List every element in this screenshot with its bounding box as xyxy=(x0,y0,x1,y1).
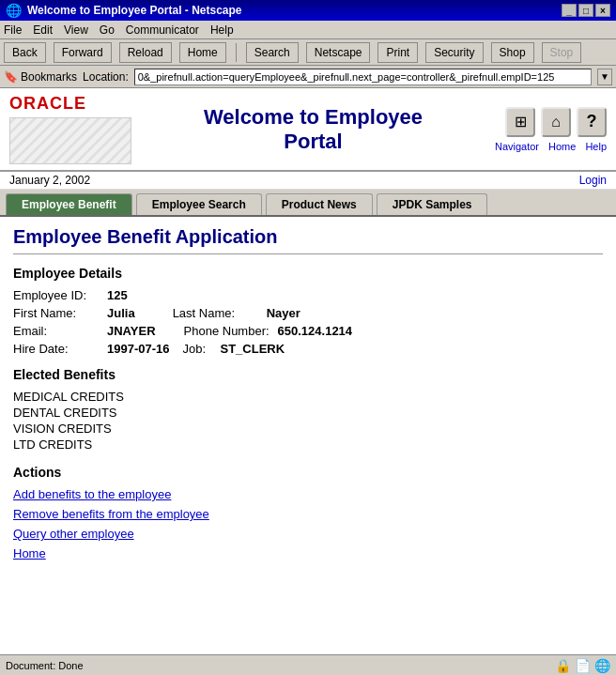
date-login-bar: January 2, 2002 Login xyxy=(0,172,616,190)
status-icon-2: 📄 xyxy=(575,658,591,673)
page-title: Employee Benefit Application xyxy=(13,226,603,254)
home-page-link[interactable]: Home xyxy=(13,546,603,560)
email-value: JNAYER xyxy=(107,324,156,338)
tab-jpdk-samples[interactable]: JPDK Samples xyxy=(377,193,488,215)
header-icon-buttons: ⊞ ⌂ ? xyxy=(505,107,607,137)
benefit-dental: DENTAL CREDITS xyxy=(13,406,603,420)
tab-employee-search[interactable]: Employee Search xyxy=(136,193,262,215)
navigator-link[interactable]: Navigator xyxy=(495,141,539,152)
help-icon-button[interactable]: ? xyxy=(577,107,607,137)
content-area: ORACLE Welcome to Employee Portal ⊞ ⌂ ? … xyxy=(0,88,616,654)
header-icons: ⊞ ⌂ ? Navigator Home Help xyxy=(495,107,607,152)
navigator-icon-button[interactable]: ⊞ xyxy=(505,107,535,137)
oracle-banner-image xyxy=(9,117,131,164)
header-links: Navigator Home Help xyxy=(495,141,607,152)
nav-tabs: Employee Benefit Employee Search Product… xyxy=(0,190,616,217)
print-button[interactable]: Print xyxy=(377,42,418,63)
phone-label: Phone Number: xyxy=(184,324,278,338)
remove-benefits-link[interactable]: Remove benefits from the employee xyxy=(13,507,603,521)
menu-help[interactable]: Help xyxy=(210,23,234,37)
last-name-label: Last Name: xyxy=(173,306,267,320)
benefit-vision: VISION CREDITS xyxy=(13,422,603,436)
window-controls: _ □ × xyxy=(562,4,610,17)
employee-details-table: Employee ID: 125 First Name: Julia Last … xyxy=(13,288,603,356)
employee-id-row: Employee ID: 125 xyxy=(13,288,603,302)
actions-section: Add benefits to the employee Remove bene… xyxy=(13,487,603,560)
name-row: First Name: Julia Last Name: Nayer xyxy=(13,306,603,320)
employee-id-label: Employee ID: xyxy=(13,288,107,302)
forward-button[interactable]: Forward xyxy=(54,42,112,63)
benefit-ltd: LTD CREDITS xyxy=(13,437,603,452)
menu-bar: File Edit View Go Communicator Help xyxy=(0,21,616,39)
toolbar-separator xyxy=(236,43,237,62)
location-bar: 🔖 Bookmarks Location: ▼ xyxy=(0,66,616,88)
bookmarks-button[interactable]: 🔖 Bookmarks xyxy=(4,70,77,84)
menu-file[interactable]: File xyxy=(4,23,22,37)
window-title: Welcome to Employee Portal - Netscape xyxy=(27,4,242,17)
reload-button[interactable]: Reload xyxy=(119,42,172,63)
email-label: Email: xyxy=(13,324,107,338)
maximize-button[interactable]: □ xyxy=(578,4,593,17)
netscape-button[interactable]: Netscape xyxy=(306,42,371,63)
hire-date-value: 1997-07-16 xyxy=(107,342,170,356)
status-icons: 🔒 📄 🌐 xyxy=(555,658,610,673)
first-name-label: First Name: xyxy=(13,306,107,320)
email-phone-row: Email: JNAYER Phone Number: 650.124.1214 xyxy=(13,324,603,338)
help-link[interactable]: Help xyxy=(585,141,607,152)
shop-button[interactable]: Shop xyxy=(491,42,534,63)
home-toolbar-button[interactable]: Home xyxy=(179,42,226,63)
status-icon-3: 🌐 xyxy=(594,658,610,673)
hire-date-label: Hire Date: xyxy=(13,342,107,356)
tab-product-news[interactable]: Product News xyxy=(266,193,373,215)
security-button[interactable]: Security xyxy=(425,42,483,63)
oracle-header: ORACLE Welcome to Employee Portal ⊞ ⌂ ? … xyxy=(0,88,616,172)
login-link[interactable]: Login xyxy=(579,174,607,187)
status-icon-1: 🔒 xyxy=(555,658,571,673)
elected-benefits-title: Elected Benefits xyxy=(13,367,603,382)
actions-title: Actions xyxy=(13,465,603,480)
main-content: Employee Benefit Application Employee De… xyxy=(0,217,616,579)
query-employee-link[interactable]: Query other employee xyxy=(13,527,603,541)
stop-button[interactable]: Stop xyxy=(542,42,582,63)
menu-edit[interactable]: Edit xyxy=(33,23,53,37)
url-dropdown[interactable]: ▼ xyxy=(597,69,612,85)
first-name-value: Julia xyxy=(107,306,135,320)
home-header-link[interactable]: Home xyxy=(548,141,576,152)
toolbar: Back Forward Reload Home Search Netscape… xyxy=(0,39,616,66)
portal-title-text: Welcome to Employee Portal xyxy=(204,105,423,154)
benefits-list: MEDICAL CREDITS DENTAL CREDITS VISION CR… xyxy=(13,390,603,452)
add-benefits-link[interactable]: Add benefits to the employee xyxy=(13,487,603,501)
bookmarks-label: Bookmarks xyxy=(21,70,77,84)
employee-details-title: Employee Details xyxy=(13,266,603,281)
title-bar: 🌐 Welcome to Employee Portal - Netscape … xyxy=(0,0,616,21)
back-button[interactable]: Back xyxy=(4,42,46,63)
benefit-medical: MEDICAL CREDITS xyxy=(13,390,603,404)
oracle-logo-area: ORACLE xyxy=(9,94,131,164)
hire-date-job-row: Hire Date: 1997-07-16 Job: ST_CLERK xyxy=(13,342,603,356)
url-input[interactable] xyxy=(134,69,592,85)
last-name-value: Nayer xyxy=(267,306,300,320)
close-button[interactable]: × xyxy=(595,4,610,17)
bookmark-icon: 🔖 xyxy=(4,70,18,84)
home-icon-button[interactable]: ⌂ xyxy=(541,107,571,137)
phone-value: 650.124.1214 xyxy=(278,324,353,338)
minimize-button[interactable]: _ xyxy=(562,4,577,17)
app-icon: 🌐 xyxy=(6,3,22,18)
menu-view[interactable]: View xyxy=(64,23,88,37)
job-label: Job: xyxy=(183,342,221,356)
date-label: January 2, 2002 xyxy=(9,174,90,187)
menu-communicator[interactable]: Communicator xyxy=(126,23,199,37)
oracle-logo: ORACLE xyxy=(9,94,131,114)
status-bar: Document: Done 🔒 📄 🌐 xyxy=(0,654,616,675)
location-label: Location: xyxy=(83,70,129,84)
status-text: Document: Done xyxy=(6,660,84,671)
menu-go[interactable]: Go xyxy=(100,23,115,37)
job-value: ST_CLERK xyxy=(221,342,285,356)
tab-employee-benefit[interactable]: Employee Benefit xyxy=(6,193,132,215)
employee-id-value: 125 xyxy=(107,288,128,302)
search-button[interactable]: Search xyxy=(246,42,299,63)
portal-title: Welcome to Employee Portal xyxy=(204,105,423,154)
